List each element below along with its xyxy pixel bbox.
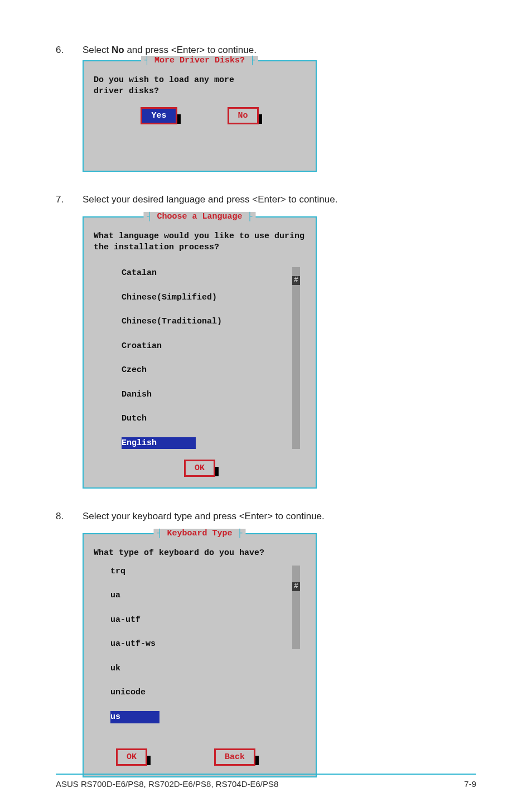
language-item[interactable]: Dutch: [122, 413, 289, 425]
step-text: Select your keyboard type and press <Ent…: [83, 511, 325, 522]
language-item[interactable]: Chinese(Traditional): [122, 316, 289, 328]
step-number: 7.: [56, 194, 83, 205]
keyboard-item[interactable]: ua-utf-ws: [110, 638, 289, 650]
language-item[interactable]: Catalan: [122, 267, 289, 279]
dialog-keyboard-type: Keyboard Type What type of keyboard do y…: [83, 533, 476, 777]
dialog-title: More Driver Disks?: [141, 56, 258, 65]
keyboard-item[interactable]: uk: [110, 663, 289, 675]
language-item[interactable]: Danish: [122, 389, 289, 401]
step-number: 8.: [56, 511, 83, 522]
scrollbar-thumb[interactable]: #: [292, 582, 300, 591]
language-item[interactable]: Croatian: [122, 340, 289, 352]
keyboard-item[interactable]: unicode: [110, 687, 289, 699]
ok-button[interactable]: OK: [116, 752, 147, 762]
footer-left: ASUS RS700D-E6/PS8, RS702D-E6/PS8, RS704…: [56, 779, 278, 789]
step-8: 8. Select your keyboard type and press <…: [56, 511, 476, 522]
language-list[interactable]: CatalanChinese(Simplified)Chinese(Tradit…: [122, 267, 289, 449]
step-6: 6. Select No and press <Enter> to contin…: [56, 45, 476, 56]
dialog-title: Choose a Language: [143, 212, 255, 221]
dialog-choose-language: Choose a Language What language would yo…: [83, 216, 476, 489]
no-button[interactable]: No: [228, 111, 259, 120]
dialog-message: Do you wish to load any more driver disk…: [94, 75, 261, 96]
dialog-message: What language would you like to use duri…: [94, 231, 306, 253]
keyboard-item[interactable]: trq: [110, 566, 289, 578]
yes-button[interactable]: Yes: [141, 111, 177, 120]
step-7: 7. Select your desired language and pres…: [56, 194, 476, 205]
page-footer: ASUS RS700D-E6/PS8, RS702D-E6/PS8, RS704…: [56, 774, 476, 789]
step-text: Select No and press <Enter> to continue.: [83, 45, 257, 56]
dialog-more-driver-disks: More Driver Disks? Do you wish to load a…: [83, 60, 476, 172]
keyboard-item[interactable]: us: [110, 711, 159, 723]
keyboard-item[interactable]: ua: [110, 590, 289, 602]
language-item[interactable]: Czech: [122, 364, 289, 376]
scrollbar[interactable]: #: [292, 566, 300, 649]
language-item[interactable]: Chinese(Simplified): [122, 292, 289, 304]
step-text: Select your desired language and press <…: [83, 194, 337, 205]
dialog-title: Keyboard Type: [153, 529, 245, 538]
keyboard-list[interactable]: trquaua-utfua-utf-wsukunicodeus #: [110, 566, 289, 723]
scrollbar-thumb[interactable]: #: [292, 276, 300, 285]
back-button[interactable]: Back: [214, 752, 255, 762]
step-number: 6.: [56, 45, 83, 56]
footer-page-number: 7-9: [464, 779, 476, 789]
scrollbar[interactable]: #: [292, 267, 300, 449]
language-item[interactable]: English: [122, 437, 196, 450]
dialog-message: What type of keyboard do you have?: [94, 548, 306, 559]
ok-button[interactable]: OK: [184, 463, 215, 473]
keyboard-item[interactable]: ua-utf: [110, 614, 289, 626]
